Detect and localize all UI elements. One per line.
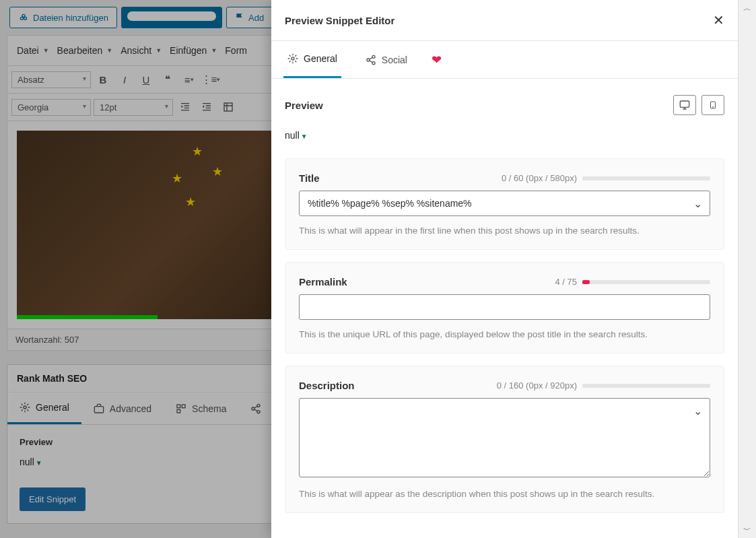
scroll-up-arrow[interactable]: ︿ <box>738 0 756 16</box>
indent-icon <box>201 102 212 112</box>
title-counter: 0 / 60 (0px / 580px) <box>502 173 577 183</box>
gear-icon <box>287 53 298 64</box>
title-field-card: Title 0 / 60 (0px / 580px) ⌄ This is wha… <box>285 158 724 250</box>
svg-point-11 <box>257 410 260 413</box>
font-select[interactable]: Georgia <box>11 99 91 116</box>
add-files-button[interactable]: Dateien hinzufügen <box>9 7 117 28</box>
outdent-icon <box>180 102 191 112</box>
modal-title: Preview Snippet Editor <box>285 15 394 26</box>
number-list-button[interactable]: ⋮≡▾ <box>201 70 220 89</box>
rankmath-tab-share[interactable] <box>238 393 273 424</box>
chevron-down-icon[interactable]: ⌄ <box>693 405 702 417</box>
rankmath-tab-advanced[interactable]: Advanced <box>81 393 164 424</box>
svg-rect-7 <box>182 405 185 408</box>
preview-snippet-modal: Preview Snippet Editor ✕ General Social … <box>271 0 738 538</box>
outdent-button[interactable] <box>176 98 195 116</box>
permalink-counter: 4 / 75 <box>555 277 577 287</box>
description-field-label: Description <box>299 380 355 391</box>
modal-null-dropdown[interactable]: null▼ <box>285 130 724 141</box>
svg-rect-5 <box>94 406 103 412</box>
svg-point-15 <box>372 61 375 64</box>
mobile-icon <box>709 99 717 111</box>
size-select[interactable]: 12pt <box>94 99 173 116</box>
menu-format[interactable]: Form <box>222 40 250 61</box>
table-icon <box>223 102 234 112</box>
share-icon <box>250 403 261 414</box>
svg-point-12 <box>291 57 294 60</box>
modal-tab-social[interactable]: Social <box>362 42 411 77</box>
svg-point-18 <box>713 107 714 108</box>
svg-point-13 <box>372 55 375 58</box>
description-help: This is what will appear as the descript… <box>299 489 710 499</box>
title-input[interactable] <box>299 191 710 216</box>
briefcase-icon <box>94 403 104 414</box>
svg-rect-3 <box>224 103 232 111</box>
svg-point-0 <box>22 14 25 17</box>
bullet-list-button[interactable]: ≡▾ <box>180 70 199 89</box>
edit-snippet-button[interactable]: Edit Snippet <box>20 487 85 511</box>
svg-point-9 <box>257 404 260 407</box>
add-other-button[interactable]: Add <box>226 7 273 28</box>
modal-preview-label: Preview <box>285 100 323 111</box>
menu-datei[interactable]: Datei▼ <box>14 40 52 61</box>
heart-icon[interactable]: ❤ <box>432 53 442 67</box>
title-help: This is what will appear in the first li… <box>299 226 710 236</box>
permalink-field-label: Permalink <box>299 276 347 288</box>
permalink-progress <box>582 280 710 284</box>
add-files-label: Dateien hinzufügen <box>33 13 108 23</box>
rankmath-tab-schema[interactable]: Schema <box>164 393 238 424</box>
indent-button[interactable] <box>197 98 216 116</box>
underline-button[interactable]: U <box>137 70 156 89</box>
quote-button[interactable]: ❝ <box>158 70 177 89</box>
italic-button[interactable]: I <box>115 70 134 89</box>
add-other-label: Add <box>248 13 264 23</box>
description-textarea[interactable] <box>299 398 710 477</box>
close-button[interactable]: ✕ <box>713 12 724 28</box>
chevron-down-icon[interactable]: ⌄ <box>693 197 702 210</box>
svg-point-14 <box>367 59 370 61</box>
description-counter: 0 / 160 (0px / 920px) <box>497 380 577 391</box>
scroll-down-arrow[interactable]: ﹀ <box>738 522 756 538</box>
gear-icon <box>20 402 30 413</box>
desktop-preview-button[interactable] <box>673 95 696 115</box>
modal-tab-general[interactable]: General <box>283 41 341 78</box>
table-button[interactable] <box>219 98 238 116</box>
page-scrollbar[interactable]: ︿ ﹀ <box>738 0 756 538</box>
mobile-preview-button[interactable] <box>701 95 724 115</box>
permalink-help: This is the unique URL of this page, dis… <box>299 329 710 339</box>
description-progress <box>582 384 710 388</box>
menu-ansicht[interactable]: Ansicht▼ <box>118 40 164 61</box>
title-field-label: Title <box>299 172 320 184</box>
menu-einfuegen[interactable]: Einfügen▼ <box>167 40 219 61</box>
share-icon <box>366 55 376 65</box>
menu-bearbeiten[interactable]: Bearbeiten▼ <box>55 40 116 61</box>
desktop-icon <box>679 100 691 110</box>
svg-rect-6 <box>177 405 180 408</box>
svg-point-1 <box>20 17 23 20</box>
svg-rect-8 <box>177 409 180 413</box>
svg-point-2 <box>24 17 27 20</box>
permalink-field-card: Permalink 4 / 75 This is the unique URL … <box>285 262 724 354</box>
svg-rect-16 <box>680 101 689 107</box>
title-progress <box>582 176 710 180</box>
flag-icon <box>235 13 244 22</box>
permalink-input[interactable] <box>299 294 710 320</box>
svg-point-10 <box>252 407 254 410</box>
redacted-button[interactable] <box>121 7 222 28</box>
bold-button[interactable]: B <box>94 70 112 89</box>
schema-icon <box>176 403 186 414</box>
description-field-card: Description 0 / 160 (0px / 920px) ⌄ This… <box>285 366 724 513</box>
format-select[interactable]: Absatz <box>11 71 91 88</box>
media-icon <box>18 12 29 23</box>
svg-point-4 <box>24 406 26 409</box>
rankmath-tab-general[interactable]: General <box>7 393 81 424</box>
